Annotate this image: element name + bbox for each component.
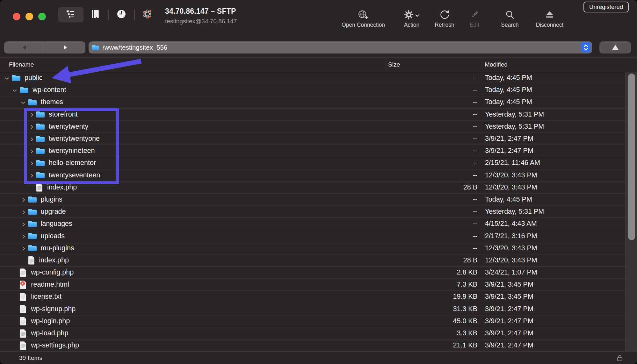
- table-row[interactable]: ›: [0, 96, 625, 108]
- disclosure-chevron-icon[interactable]: ›: [20, 209, 28, 215]
- triangle-left-icon: [21, 44, 28, 51]
- magnifier-icon: [505, 6, 515, 20]
- column-header: Filename Size Modified: [0, 57, 637, 72]
- folder-icon: [28, 232, 37, 240]
- disclosure-chevron-icon[interactable]: ›: [4, 75, 11, 82]
- table-row[interactable]: ›: [0, 84, 625, 96]
- table-row[interactable]: ›: [0, 315, 625, 327]
- disclosure-chevron-icon[interactable]: ›: [28, 172, 36, 178]
- minimize-window-button[interactable]: [25, 13, 33, 20]
- table-row[interactable]: ›: [0, 267, 625, 279]
- refresh-button[interactable]: Refresh: [435, 6, 454, 28]
- disclosure-chevron-icon[interactable]: ›: [28, 136, 36, 142]
- modified-value: Yesterday, 5:31 PM: [481, 123, 625, 131]
- column-divider[interactable]: [483, 58, 483, 71]
- close-window-button[interactable]: [13, 13, 20, 20]
- action-button[interactable]: Action: [404, 6, 420, 28]
- table-row[interactable]: ›: [0, 157, 625, 169]
- tree-indent: [0, 284, 12, 285]
- back-button[interactable]: [4, 41, 45, 54]
- filename-label: hello-elementor: [49, 159, 96, 167]
- scrollbar-thumb[interactable]: [628, 74, 635, 240]
- modified-value: 3/9/21, 3:45 PM: [481, 281, 625, 289]
- disclosure-chevron-icon[interactable]: ›: [28, 160, 36, 166]
- table-row[interactable]: ›: [0, 133, 625, 145]
- table-row[interactable]: ›: [0, 230, 625, 242]
- size-value: --: [385, 208, 481, 216]
- table-row[interactable]: ›: [0, 218, 625, 230]
- connection-title: 34.70.86.147 – SFTP testingsitex@34.70.8…: [165, 7, 237, 25]
- history-button[interactable]: [116, 7, 127, 22]
- disclosure-chevron-icon[interactable]: ›: [20, 221, 28, 227]
- table-row[interactable]: ›: [0, 303, 625, 315]
- toolbar-label: Search: [501, 22, 518, 28]
- upload-button[interactable]: [599, 41, 631, 54]
- tree-indent: [0, 345, 12, 346]
- table-row[interactable]: ›: [0, 182, 625, 194]
- disconnect-button[interactable]: Disconnect: [536, 6, 564, 28]
- disclosure-chevron-icon[interactable]: ›: [12, 87, 18, 94]
- unregistered-badge[interactable]: Unregistered: [583, 2, 629, 12]
- table-row[interactable]: ›: [0, 72, 625, 84]
- disclosure-chevron-icon[interactable]: ›: [20, 233, 28, 239]
- disclosure-chevron-icon[interactable]: ›: [20, 196, 28, 203]
- disclosure-chevron-icon[interactable]: ›: [28, 123, 36, 130]
- size-value: --: [385, 159, 481, 167]
- tree-indent: [0, 175, 28, 175]
- filename-label: twentytwenty: [49, 123, 88, 131]
- tree-indent: [0, 187, 28, 188]
- table-row[interactable]: ›: [0, 121, 625, 133]
- tree-indent: [0, 309, 12, 309]
- disclosure-chevron-icon[interactable]: ›: [20, 245, 28, 251]
- column-size[interactable]: Size: [388, 58, 400, 72]
- bookmarks-button[interactable]: [90, 7, 100, 22]
- modified-value: 2/17/21, 3:16 PM: [481, 232, 625, 240]
- table-row[interactable]: ›: [0, 169, 625, 182]
- table-row[interactable]: ›: [0, 206, 625, 218]
- path-stepper[interactable]: [581, 42, 590, 53]
- folder-icon: [28, 220, 37, 228]
- bonjour-button[interactable]: [141, 7, 153, 22]
- tree-indent: [0, 321, 12, 321]
- table-row[interactable]: ›: [0, 279, 625, 291]
- filename-label: uploads: [41, 232, 65, 240]
- size-value: 21.1 KB: [385, 341, 481, 349]
- folder-icon: [28, 98, 37, 106]
- disclosure-chevron-icon[interactable]: ›: [28, 148, 36, 154]
- table-row[interactable]: ›: [0, 291, 625, 303]
- forward-button[interactable]: [45, 41, 86, 54]
- eject-icon: [545, 6, 554, 20]
- disclosure-chevron-icon[interactable]: ›: [28, 111, 36, 118]
- outline-view-icon: [66, 10, 76, 20]
- column-filename[interactable]: Filename: [9, 58, 34, 72]
- zoom-window-button[interactable]: [38, 13, 46, 20]
- triangle-up-icon: [612, 44, 619, 51]
- size-value: --: [385, 147, 481, 155]
- current-path: /www/testingsitex_556: [103, 44, 167, 51]
- toolbar-label: Refresh: [435, 22, 454, 28]
- path-dropdown[interactable]: /www/testingsitex_556: [89, 41, 592, 54]
- size-value: 7.3 KB: [385, 281, 481, 289]
- outline-view-button[interactable]: [58, 7, 83, 22]
- table-row[interactable]: ›: [0, 242, 625, 254]
- table-row[interactable]: ›: [0, 194, 625, 206]
- table-row[interactable]: ›: [0, 109, 625, 121]
- table-row[interactable]: ›: [0, 145, 625, 157]
- file-icon: [19, 317, 27, 325]
- edit-button[interactable]: Edit: [469, 6, 480, 28]
- column-divider[interactable]: [385, 58, 385, 71]
- filename-label: index.php: [39, 256, 69, 264]
- filename-label: public: [25, 74, 42, 82]
- scrollbar-track[interactable]: [625, 72, 637, 352]
- search-button[interactable]: Search: [501, 6, 518, 28]
- file-icon: [28, 256, 35, 265]
- disclosure-chevron-icon[interactable]: ›: [20, 99, 27, 107]
- table-row[interactable]: ›: [0, 327, 625, 339]
- open-connection-button[interactable]: Open Connection: [342, 6, 385, 28]
- history-clock-icon: [117, 9, 126, 20]
- column-modified[interactable]: Modified: [485, 58, 508, 72]
- up-down-chevrons-icon: [583, 44, 589, 51]
- table-row[interactable]: ›: [0, 254, 625, 267]
- pencil-icon: [469, 6, 480, 20]
- table-row[interactable]: ›: [0, 339, 625, 352]
